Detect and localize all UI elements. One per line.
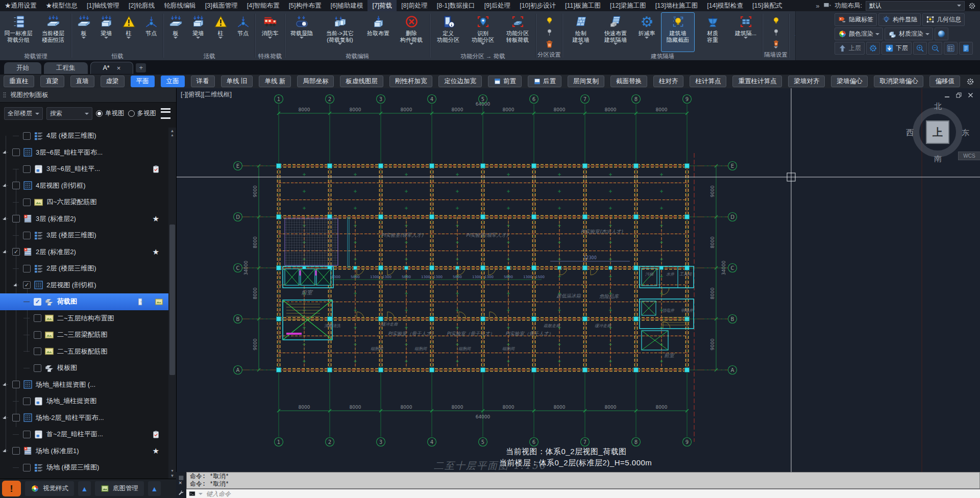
- tree-checkbox[interactable]: [23, 132, 31, 140]
- ribbon-button-消防车[interactable]: 消防车: [257, 12, 283, 52]
- ribbon-button-pindot[interactable]: [542, 28, 557, 37]
- ribbon-button-当前->其它[interactable]: 当前->其它 (荷载复制): [318, 12, 362, 52]
- tree-checkbox[interactable]: [12, 215, 20, 222]
- tree-item-2层[interactable]: 2层 (楼层三维图): [0, 260, 168, 277]
- tree-checkbox[interactable]: [34, 331, 41, 339]
- floor-filter-dropdown[interactable]: 全部楼层: [4, 107, 43, 120]
- compass-top-face[interactable]: 上: [926, 120, 949, 144]
- restore-icon[interactable]: [956, 92, 962, 98]
- toolbar-button-层间复制[interactable]: 层间复制: [568, 76, 604, 87]
- ribbon-button-折减率[interactable]: 折减率: [633, 12, 660, 52]
- toolbar-button-重置柱计算点[interactable]: 重置柱计算点: [732, 76, 782, 87]
- view-tool-上层[interactable]: 上层: [835, 42, 865, 55]
- tree-checkbox[interactable]: [12, 182, 20, 189]
- ribbon-button-建筑隔...[interactable]: 建筑隔...: [730, 12, 761, 52]
- layout-dropdown[interactable]: 默认: [866, 1, 965, 11]
- view-tool-隐藏标签[interactable]: 隐藏标签: [835, 13, 877, 26]
- tree-expand-caret[interactable]: [3, 449, 7, 453]
- ribbon-button-bulb[interactable]: [769, 16, 783, 26]
- ribbon-button-bulb[interactable]: [542, 16, 557, 26]
- basemap-button[interactable]: 底图管理: [95, 481, 144, 496]
- toolbar-button-梁墙对齐[interactable]: 梁墙对齐: [788, 76, 825, 87]
- tree-expand-caret[interactable]: [3, 216, 7, 221]
- toolbar-button-梁墙偏心[interactable]: 梁墙偏心: [831, 76, 868, 87]
- tree-scrollbar[interactable]: ▲▲ ▼ ▼: [168, 128, 176, 479]
- tree-item-场地_墙柱提资图[interactable]: 场地_墙柱提资图 (...: [0, 377, 168, 393]
- tree-item-四~六层梁配筋图[interactable]: 四~六层梁配筋图: [0, 194, 168, 211]
- warning-button[interactable]: !: [2, 481, 21, 496]
- new-tab-button[interactable]: +: [136, 63, 146, 72]
- toolbar-button-定位边加宽[interactable]: 定位边加宽: [438, 76, 482, 87]
- floor-plan-drawing[interactable]: 8000800080008000800080008000800080008000…: [177, 88, 980, 472]
- settings-gear-icon[interactable]: [968, 2, 976, 10]
- ribbon-button-板[interactable]: 板: [73, 12, 94, 52]
- toolbar-button-板虚线图层[interactable]: 板虚线图层: [340, 76, 383, 87]
- doc-tab-开始[interactable]: 开始: [4, 62, 41, 74]
- toolbar-button-直梁[interactable]: 直梁: [40, 76, 64, 87]
- tree-item-模板图[interactable]: 模板图: [0, 360, 168, 377]
- single-view-radio[interactable]: 单视图: [96, 109, 125, 118]
- favorite-star-icon[interactable]: ★: [153, 214, 159, 223]
- ribbon-button-柱[interactable]: 柱: [210, 12, 231, 52]
- ribbon-button-绘制[interactable]: 绘制 建筑墙: [564, 12, 598, 52]
- toolbar-button-前置[interactable]: 前置: [488, 76, 522, 87]
- ribbon-button-柱[interactable]: 柱: [118, 12, 139, 52]
- tree-item-二~三层梁配筋图[interactable]: 二~三层梁配筋图: [0, 327, 168, 343]
- tree-checkbox[interactable]: ✓: [23, 281, 31, 289]
- close-command-icon[interactable]: ×: [179, 480, 182, 486]
- tree-checkbox[interactable]: [12, 447, 20, 455]
- menu-item-7[interactable]: [4]智能布置: [242, 0, 284, 11]
- toolbar-button-刚性杆加宽[interactable]: 刚性杆加宽: [389, 76, 433, 87]
- tree-item-场地-2层_暗柱平面布...[interactable]: 场地-2层_暗柱平面布...: [0, 410, 168, 427]
- menu-item-9[interactable]: [6]辅助建模: [326, 0, 368, 11]
- tree-checkbox[interactable]: ✓: [12, 248, 20, 256]
- menu-item-18[interactable]: [14]模型检查: [702, 0, 748, 11]
- tree-checkbox[interactable]: [12, 381, 20, 388]
- tree-checkbox[interactable]: ✓: [34, 298, 41, 306]
- tree-expand-caret[interactable]: [3, 415, 7, 420]
- toolbar-button-直墙[interactable]: 直墙: [70, 76, 94, 87]
- tree-item-2层[interactable]: ✓2层 (标准层2)★: [0, 244, 168, 261]
- menu-item-4[interactable]: [2]轮廓线: [124, 0, 159, 11]
- wrench-icon[interactable]: [178, 489, 184, 498]
- basemap-expand-button[interactable]: ▲: [148, 481, 161, 496]
- open-view-icon[interactable]: [137, 297, 146, 306]
- toolbar-button-柱计算点[interactable]: 柱计算点: [690, 76, 726, 87]
- report-clipboard-icon[interactable]: [152, 165, 160, 173]
- tree-item-3层[interactable]: 3层 (标准层2)★: [0, 211, 168, 228]
- close-icon[interactable]: [968, 92, 973, 98]
- view-tool-材质渲染[interactable]: 材质渲染: [885, 28, 933, 40]
- tree-checkbox[interactable]: [23, 397, 31, 405]
- tree-checkbox[interactable]: [23, 265, 31, 272]
- tree-item-3层[interactable]: 3层 (楼层三维图): [0, 227, 168, 244]
- drag-handle-icon[interactable]: [3, 92, 6, 98]
- view-tool-颜色渲染[interactable]: 颜色渲染: [835, 28, 883, 40]
- tree-item-场地[interactable]: 场地 (楼层三维图): [0, 459, 168, 476]
- ribbon-button-trash[interactable]: [542, 39, 557, 49]
- menu-item-15[interactable]: [11]板施工图: [560, 0, 605, 11]
- ribbon-button-节点[interactable]: 节点: [232, 12, 254, 52]
- toolbar-button-取消梁墙偏心[interactable]: 取消梁墙偏心: [874, 76, 923, 87]
- tree-expand-caret[interactable]: [3, 150, 7, 155]
- compass-north[interactable]: 北: [934, 102, 942, 111]
- menu-item-11[interactable]: [8]前处理: [397, 0, 432, 11]
- favorite-star-icon[interactable]: ★: [153, 446, 159, 456]
- compass-south[interactable]: 南: [934, 154, 942, 164]
- view-tool-构件显隐[interactable]: 构件显隐: [878, 13, 921, 26]
- menu-item-16[interactable]: [12]梁施工图: [605, 0, 651, 11]
- ribbon-button-pindot[interactable]: [769, 28, 783, 37]
- ribbon-button-建筑墙[interactable]: 建筑墙 隐藏截面: [661, 12, 695, 52]
- tree-checkbox[interactable]: [23, 165, 31, 173]
- ribbon-button-快速布置[interactable]: 快速布置 建筑隔墙: [599, 12, 632, 52]
- menu-item-6[interactable]: [3]截面管理: [201, 0, 242, 11]
- tree-item-3层~6层_暗柱平...[interactable]: 3层~6层_暗柱平...: [0, 161, 168, 178]
- view-tool-zoomout[interactable]: [928, 42, 942, 55]
- tree-item-3层~6层_暗柱平面布...[interactable]: 3层~6层_暗柱平面布...: [0, 144, 168, 161]
- view-tool-zoomin[interactable]: [913, 42, 927, 55]
- tree-checkbox[interactable]: [34, 314, 41, 322]
- tree-checkbox[interactable]: [23, 464, 31, 471]
- toolbar-button-虚梁[interactable]: 虚梁: [101, 76, 125, 87]
- view-tool-gear[interactable]: [866, 42, 880, 55]
- tab-close-icon[interactable]: ×: [117, 62, 121, 74]
- visual-style-expand-button[interactable]: ▲: [78, 481, 91, 496]
